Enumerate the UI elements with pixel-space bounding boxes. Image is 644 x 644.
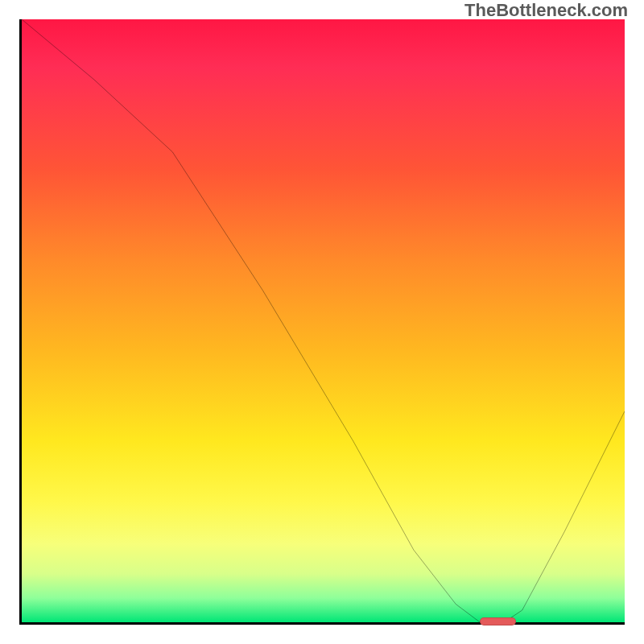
plot-area <box>19 19 625 625</box>
gradient-background <box>22 19 625 622</box>
optimal-marker <box>480 617 516 625</box>
watermark-text: TheBottleneck.com <box>464 0 628 21</box>
